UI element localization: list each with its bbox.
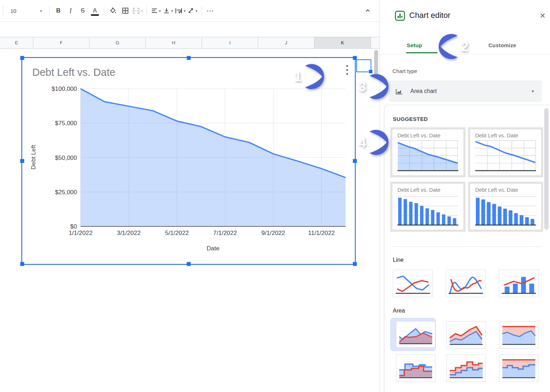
callout-badge-3: 3: [347, 72, 390, 102]
x-axis-title: Date: [81, 245, 346, 252]
tab-setup-underline: [406, 52, 438, 53]
suggested-tile-title: Debt Left vs. Date: [475, 187, 541, 193]
chart-type-list-card: SUGGESTED Debt Left vs. Date Debt Left v…: [384, 105, 550, 392]
area-chart-overlap-icon: [398, 324, 433, 345]
column-header-k[interactable]: K: [314, 37, 371, 48]
merge-cells-button[interactable]: ▾: [132, 5, 143, 16]
column-header-j[interactable]: J: [258, 37, 314, 48]
fill-color-button[interactable]: [108, 5, 119, 16]
combo-chart-icon: [501, 272, 537, 295]
chart-type-dropdown[interactable]: Area chart ▾: [389, 80, 542, 102]
text-color-button[interactable]: A: [90, 5, 100, 16]
line-section-label: Line: [393, 257, 404, 263]
suggested-tile-title: Debt Left vs. Date: [397, 132, 463, 138]
badge-number: 2: [461, 39, 468, 54]
chevron-down-icon: ▾: [196, 9, 197, 13]
type-smooth-line-chart[interactable]: [446, 270, 486, 297]
text-wrap-button[interactable]: ▾: [175, 5, 185, 16]
stepped-area-chart-icon: [398, 358, 433, 379]
type-area-chart-selected[interactable]: [396, 321, 435, 348]
suggested-tile-line[interactable]: Debt Left vs. Date: [468, 127, 543, 177]
type-stacked-stepped-area-chart[interactable]: [447, 354, 486, 382]
callout-badge-1: 1: [282, 62, 325, 92]
suggested-tile-column-2[interactable]: Debt Left vs. Date: [468, 182, 543, 232]
svg-text:3/1/2022: 3/1/2022: [117, 230, 140, 236]
bold-button[interactable]: B: [53, 5, 64, 16]
suggested-column-thumbnail-icon: [397, 193, 458, 228]
chevron-down-icon: ▾: [159, 9, 161, 13]
suggested-tile-title: Debt Left vs. Date: [475, 132, 541, 138]
suggested-column2-thumbnail-icon: [475, 193, 536, 228]
chart-editor-icon: [394, 10, 406, 21]
svg-text:$50,000: $50,000: [55, 155, 77, 161]
suggested-tile-area[interactable]: Debt Left vs. Date: [390, 127, 465, 177]
type-combo-chart[interactable]: [499, 270, 539, 297]
type-line-chart[interactable]: [393, 270, 433, 297]
badge-number: 1: [294, 69, 301, 84]
collapse-toolbar-button[interactable]: [362, 5, 373, 16]
chart-type-label: Chart type: [392, 68, 417, 74]
tab-customize[interactable]: Customize: [488, 42, 516, 48]
column-header-g[interactable]: G: [90, 37, 146, 48]
chart-type-value: Area chart: [410, 88, 437, 94]
svg-text:9/1/2022: 9/1/2022: [261, 230, 285, 236]
toolbar-divider: [201, 6, 202, 15]
type-stepped-area-chart[interactable]: [396, 354, 435, 382]
borders-icon: [122, 7, 129, 14]
suggested-section-label: SUGGESTED: [393, 116, 428, 122]
tab-setup[interactable]: Setup: [407, 42, 422, 48]
close-icon[interactable]: ✕: [540, 11, 546, 20]
chevron-down-icon: ▾: [141, 9, 143, 13]
stacked-stepped-area-chart-icon: [449, 358, 484, 379]
vertical-align-button[interactable]: ▾: [163, 5, 173, 16]
y-axis-title: Debt Left: [30, 120, 37, 195]
align-bottom-icon: [163, 7, 170, 14]
font-size-value: 10: [10, 8, 16, 14]
column-headers: E F G H I J K: [0, 37, 380, 49]
toolbar-divider: [49, 6, 49, 15]
stacked-area-chart-icon: [449, 324, 484, 346]
text-rotation-button[interactable]: ▾: [187, 5, 198, 16]
chevron-down-icon: ▾: [532, 89, 534, 94]
suggested-line-thumbnail-icon: [475, 139, 536, 173]
strikethrough-button[interactable]: S: [77, 5, 88, 16]
svg-text:$75,000: $75,000: [55, 120, 77, 127]
merge-cells-icon: [132, 7, 140, 14]
type-100-stacked-area-chart[interactable]: [499, 321, 539, 349]
italic-button[interactable]: I: [65, 5, 76, 16]
percent-stacked-area-chart-icon: [501, 324, 536, 346]
panel-title: Chart editor: [409, 11, 450, 20]
horizontal-align-button[interactable]: ▾: [150, 5, 161, 16]
column-header-i[interactable]: I: [202, 37, 258, 48]
svg-text:$0: $0: [70, 223, 77, 230]
panel-scrollbar-thumb[interactable]: [544, 108, 549, 230]
line-chart-icon: [395, 272, 431, 295]
svg-text:5/1/2022: 5/1/2022: [165, 230, 189, 236]
percent-stacked-stepped-area-chart-icon: [501, 358, 536, 379]
type-stacked-area-chart[interactable]: [447, 321, 486, 349]
column-header-h[interactable]: H: [146, 37, 202, 48]
text-color-label: A: [93, 7, 97, 14]
column-header-e[interactable]: E: [0, 37, 33, 48]
text-rotation-icon: [187, 7, 194, 14]
toolbar-divider: [146, 6, 147, 15]
font-size-control[interactable]: 10 ▾: [7, 5, 45, 16]
area-section-label: Area: [393, 308, 405, 314]
area-chart-icon: [395, 87, 404, 96]
svg-text:1/1/2022: 1/1/2022: [69, 230, 92, 236]
more-toolbar-button[interactable]: ⋯: [205, 5, 216, 16]
suggested-tile-column[interactable]: Debt Left vs. Date: [390, 182, 465, 232]
toolbar: 10 ▾ B I S A ▾: [0, 0, 380, 22]
text-wrap-icon: [175, 7, 183, 14]
chevron-down-icon: ▾: [171, 9, 173, 13]
callout-badge-4: 4: [347, 127, 390, 157]
chevron-down-icon: ▾: [184, 9, 185, 13]
column-header-f[interactable]: F: [33, 37, 90, 48]
svg-text:11/1/2022: 11/1/2022: [308, 230, 335, 236]
text-color-swatch: [91, 14, 99, 16]
type-100-stacked-stepped-area-chart[interactable]: [499, 354, 539, 382]
svg-text:7/1/2022: 7/1/2022: [213, 230, 237, 236]
active-cell[interactable]: [356, 59, 371, 72]
borders-button[interactable]: [120, 5, 131, 16]
paint-bucket-icon: [110, 7, 117, 14]
